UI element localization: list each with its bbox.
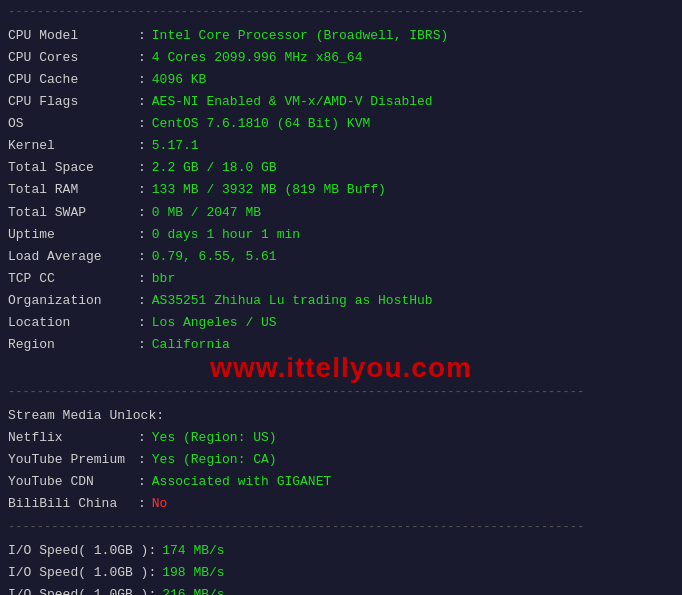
system-row: CPU Cache: 4096 KB xyxy=(8,69,674,91)
row-label: OS xyxy=(8,113,138,135)
system-row: CPU Model: Intel Core Processor (Broadwe… xyxy=(8,25,674,47)
system-row: CPU Cores: 4 Cores 2099.996 MHz x86_64 xyxy=(8,47,674,69)
stream-row: BiliBili China: No xyxy=(8,493,674,515)
stream-header: Stream Media Unlock : xyxy=(8,405,674,427)
system-row: Total Space: 2.2 GB / 18.0 GB xyxy=(8,157,674,179)
row-label: Region xyxy=(8,334,138,356)
system-row: Kernel: 5.17.1 xyxy=(8,135,674,157)
system-row: Load Average: 0.79, 6.55, 5.61 xyxy=(8,246,674,268)
io-section: I/O Speed( 1.0GB ): 174 MB/sI/O Speed( 1… xyxy=(8,536,674,595)
row-label: Total Space xyxy=(8,157,138,179)
row-label: CPU Flags xyxy=(8,91,138,113)
io-value: 174 MB/s xyxy=(162,540,224,562)
row-label: CPU Cores xyxy=(8,47,138,69)
system-info-section: CPU Model: Intel Core Processor (Broadwe… xyxy=(8,21,674,360)
row-value: 5.17.1 xyxy=(152,135,199,157)
stream-row: Netflix: Yes (Region: US) xyxy=(8,427,674,449)
system-row: Total SWAP: 0 MB / 2047 MB xyxy=(8,202,674,224)
row-label: Uptime xyxy=(8,224,138,246)
system-row: Location: Los Angeles / US xyxy=(8,312,674,334)
row-value: 4 Cores 2099.996 MHz x86_64 xyxy=(152,47,363,69)
stream-value: Yes (Region: CA) xyxy=(152,449,277,471)
row-value: 133 MB / 3932 MB (819 MB Buff) xyxy=(152,179,386,201)
row-value: CentOS 7.6.1810 (64 Bit) KVM xyxy=(152,113,370,135)
io-value: 216 MB/s xyxy=(162,584,224,595)
row-label: Total SWAP xyxy=(8,202,138,224)
system-row: Total RAM: 133 MB / 3932 MB (819 MB Buff… xyxy=(8,179,674,201)
row-value: Los Angeles / US xyxy=(152,312,277,334)
io-row: I/O Speed( 1.0GB ): 198 MB/s xyxy=(8,562,674,584)
row-value: AES-NI Enabled & VM-x/AMD-V Disabled xyxy=(152,91,433,113)
row-label: TCP CC xyxy=(8,268,138,290)
row-value: 0 days 1 hour 1 min xyxy=(152,224,300,246)
row-label: Kernel xyxy=(8,135,138,157)
row-label: CPU Model xyxy=(8,25,138,47)
io-value: 198 MB/s xyxy=(162,562,224,584)
row-label: Organization xyxy=(8,290,138,312)
io-row: I/O Speed( 1.0GB ): 174 MB/s xyxy=(8,540,674,562)
divider-after-sysinfo: ----------------------------------------… xyxy=(8,384,674,401)
row-label: Total RAM xyxy=(8,179,138,201)
row-value: bbr xyxy=(152,268,175,290)
system-row: CPU Flags: AES-NI Enabled & VM-x/AMD-V D… xyxy=(8,91,674,113)
io-row: I/O Speed( 1.0GB ): 216 MB/s xyxy=(8,584,674,595)
system-row: OS: CentOS 7.6.1810 (64 Bit) KVM xyxy=(8,113,674,135)
row-label: CPU Cache xyxy=(8,69,138,91)
row-value: 2.2 GB / 18.0 GB xyxy=(152,157,277,179)
row-value: AS35251 Zhihua Lu trading as HostHub xyxy=(152,290,433,312)
row-value: 0.79, 6.55, 5.61 xyxy=(152,246,277,268)
row-value: 0 MB / 2047 MB xyxy=(152,202,261,224)
watermark-container: www.ittellyou.com xyxy=(8,354,674,382)
row-value: Intel Core Processor (Broadwell, IBRS) xyxy=(152,25,448,47)
system-row: Uptime: 0 days 1 hour 1 min xyxy=(8,224,674,246)
stream-value: Yes (Region: US) xyxy=(152,427,277,449)
row-value: 4096 KB xyxy=(152,69,207,91)
row-label: Load Average xyxy=(8,246,138,268)
top-divider: ----------------------------------------… xyxy=(8,4,674,21)
stream-value: No xyxy=(152,493,168,515)
system-row: Organization: AS35251 Zhihua Lu trading … xyxy=(8,290,674,312)
divider-after-stream: ----------------------------------------… xyxy=(8,519,674,536)
row-label: Location xyxy=(8,312,138,334)
stream-row: YouTube CDN: Associated with GIGANET xyxy=(8,471,674,493)
system-row: TCP CC: bbr xyxy=(8,268,674,290)
stream-section: Stream Media Unlock :Netflix: Yes (Regio… xyxy=(8,401,674,519)
stream-row: YouTube Premium: Yes (Region: CA) xyxy=(8,449,674,471)
stream-value: Associated with GIGANET xyxy=(152,471,331,493)
